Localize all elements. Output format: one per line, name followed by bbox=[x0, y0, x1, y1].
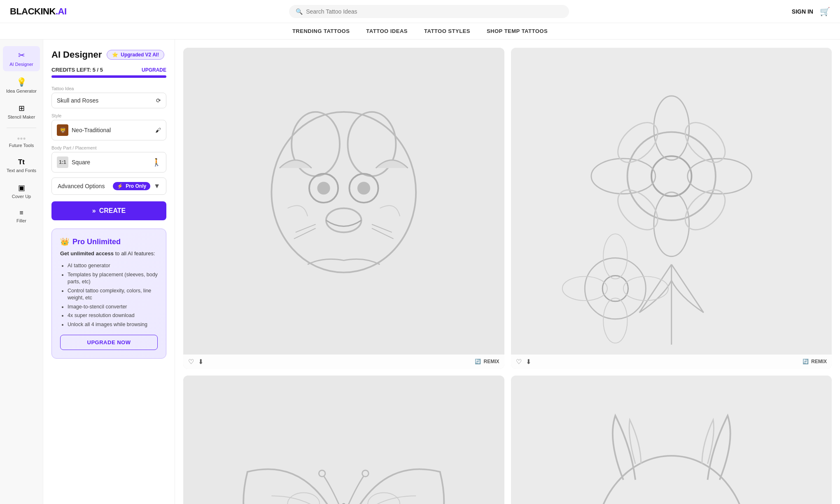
sidebar-divider bbox=[7, 128, 37, 128]
tattoo-idea-field-group: Tattoo Idea Skull and Roses ⟳ bbox=[51, 86, 166, 108]
sidebar-item-cover-up[interactable]: ▣ Cover Up bbox=[3, 179, 40, 203]
star-icon: ⭐ bbox=[112, 52, 118, 58]
like-button-wolf[interactable]: ♡ bbox=[188, 358, 194, 366]
body-part-icon[interactable]: 🚶 bbox=[152, 158, 161, 167]
filler-icon: ≡ bbox=[19, 209, 23, 217]
remix-icon-wolf: 🔄 bbox=[475, 359, 481, 364]
pro-card-subtitle-bold: Get unlimited access bbox=[60, 250, 114, 257]
credits-value: 5 / 5 bbox=[93, 67, 103, 73]
main-nav: TRENDING TATTOOS TATTOO IDEAS TATTOO STY… bbox=[0, 23, 840, 40]
download-button-wolf[interactable]: ⬇ bbox=[198, 358, 203, 366]
page-title: AI Designer bbox=[51, 49, 102, 60]
advanced-options-row[interactable]: Advanced Options ⚡ Pro Only ▼ bbox=[51, 177, 166, 195]
create-button[interactable]: » CREATE bbox=[51, 201, 166, 220]
nav-shop[interactable]: SHOP TEMP TATTOOS bbox=[487, 28, 548, 34]
sidebar-item-label-filler: Filler bbox=[16, 218, 26, 224]
sidebar-item-label-stencil-maker: Stencil Maker bbox=[8, 114, 35, 120]
remix-label-flowers: REMIX bbox=[811, 359, 827, 364]
pro-card-title-text: Pro Unlimited bbox=[72, 238, 121, 246]
left-panel: AI Designer ⭐ Upgraded V2 AI! CREDITS LE… bbox=[43, 40, 175, 504]
nav-ideas[interactable]: TATTOO IDEAS bbox=[366, 28, 408, 34]
stencil-maker-icon: ⊞ bbox=[19, 104, 25, 113]
chevron-down-icon: ▼ bbox=[154, 182, 160, 190]
credits-label: CREDITS LEFT: 5 / 5 bbox=[51, 67, 103, 73]
pro-card-subtitle-rest: to all AI features: bbox=[115, 250, 155, 257]
pro-feature-4: Image-to-stencil converter bbox=[68, 303, 158, 311]
action-left-flowers: ♡ ⬇ bbox=[516, 358, 531, 366]
tattoo-idea-input-row[interactable]: Skull and Roses ⟳ bbox=[51, 93, 166, 108]
svg-point-6 bbox=[317, 182, 330, 194]
sidebar-item-label-future-tools: Future Tools bbox=[9, 143, 34, 148]
gallery-item-butterfly: ♡ ⬇ 🔄 REMIX bbox=[183, 376, 504, 504]
sidebar-item-idea-generator[interactable]: 💡 Idea Generator bbox=[3, 73, 40, 98]
style-field-group: Style 🦁 Neo-Traditional 🖌 bbox=[51, 113, 166, 140]
pro-features-list: AI tattoo generator Templates by placeme… bbox=[60, 262, 158, 328]
create-label: CREATE bbox=[99, 207, 126, 215]
gallery-item-actions-flowers: ♡ ⬇ 🔄 REMIX bbox=[511, 355, 832, 369]
gallery-item-flowers: ♡ ⬇ 🔄 REMIX bbox=[511, 48, 832, 369]
upgrade-link[interactable]: UPGRADE bbox=[142, 67, 166, 73]
remix-button-flowers[interactable]: 🔄 REMIX bbox=[803, 359, 827, 364]
logo-black: BLACK bbox=[10, 6, 41, 16]
header: BLACKINK.AI 🔍 SIGN IN 🛒 bbox=[0, 0, 840, 23]
idea-generator-icon: 💡 bbox=[16, 77, 27, 87]
cover-up-icon: ▣ bbox=[18, 183, 25, 192]
sidebar-item-future-tools[interactable]: ●●● Future Tools bbox=[3, 131, 40, 152]
sidebar-item-ai-designer[interactable]: ✂ AI Designer bbox=[3, 46, 40, 71]
crown-icon: 👑 bbox=[60, 237, 69, 246]
action-left-wolf: ♡ ⬇ bbox=[188, 358, 203, 366]
svg-rect-30 bbox=[183, 376, 504, 504]
gallery-area: ♡ ⬇ 🔄 REMIX bbox=[175, 40, 840, 504]
demon-svg bbox=[511, 376, 832, 504]
future-tools-icon: ●●● bbox=[17, 135, 26, 141]
butterfly-svg bbox=[183, 376, 504, 504]
credits-bar-fill bbox=[51, 75, 166, 78]
body-part-value: Square bbox=[72, 159, 90, 166]
pro-only-badge: ⚡ Pro Only bbox=[113, 182, 150, 190]
style-thumbnail: 🦁 bbox=[57, 124, 68, 136]
pro-only-label: Pro Only bbox=[126, 183, 146, 189]
pro-feature-5: 4x super resolution download bbox=[68, 312, 158, 320]
gallery-item-actions-wolf: ♡ ⬇ 🔄 REMIX bbox=[183, 355, 504, 369]
sidebar-item-label-idea-generator: Idea Generator bbox=[6, 89, 37, 94]
upgrade-now-button[interactable]: UPGRADE NOW bbox=[60, 335, 158, 350]
remix-label-wolf: REMIX bbox=[483, 359, 499, 364]
logo-ai: .AI bbox=[56, 6, 67, 16]
nav-trending[interactable]: TRENDING TATTOOS bbox=[292, 28, 350, 34]
sidebar-item-filler[interactable]: ≡ Filler bbox=[3, 205, 40, 228]
like-button-flowers[interactable]: ♡ bbox=[516, 358, 522, 366]
logo-ink: INK bbox=[41, 6, 56, 16]
style-value-container: 🦁 Neo-Traditional bbox=[57, 124, 111, 136]
pro-feature-2: Templates by placement (sleeves, body pa… bbox=[68, 271, 158, 286]
text-fonts-icon: Tt bbox=[18, 158, 25, 166]
upgraded-badge-text: Upgraded V2 AI! bbox=[121, 52, 159, 58]
tattoo-idea-icon[interactable]: ⟳ bbox=[156, 97, 161, 104]
style-input-row[interactable]: 🦁 Neo-Traditional 🖌 bbox=[51, 120, 166, 140]
content-area: AI Designer ⭐ Upgraded V2 AI! CREDITS LE… bbox=[43, 40, 840, 504]
upgraded-badge: ⭐ Upgraded V2 AI! bbox=[107, 50, 164, 60]
sidebar: ✂ AI Designer 💡 Idea Generator ⊞ Stencil… bbox=[0, 40, 43, 504]
sign-in-button[interactable]: SIGN IN bbox=[792, 8, 813, 15]
body-part-input-row[interactable]: 1:1 Square 🚶 bbox=[51, 152, 166, 173]
pro-icon: ⚡ bbox=[117, 183, 123, 189]
style-label: Style bbox=[51, 113, 166, 118]
search-input[interactable] bbox=[306, 8, 562, 15]
gallery-item-demon: ♡ ⬇ 🔄 REMIX bbox=[511, 376, 832, 504]
sidebar-item-label-text-fonts: Text and Fonts bbox=[7, 168, 36, 173]
pro-feature-6: Unlock all 4 images while browsing bbox=[68, 321, 158, 329]
remix-button-wolf[interactable]: 🔄 REMIX bbox=[475, 359, 499, 364]
advanced-options-label: Advanced Options bbox=[58, 183, 105, 189]
cart-icon[interactable]: 🛒 bbox=[820, 7, 830, 16]
nav-styles[interactable]: TATTOO STYLES bbox=[424, 28, 470, 34]
sidebar-item-text-and-fonts[interactable]: Tt Text and Fonts bbox=[3, 154, 40, 177]
search-icon: 🔍 bbox=[296, 8, 303, 15]
download-button-flowers[interactable]: ⬇ bbox=[526, 358, 531, 366]
pro-card-subtitle: Get unlimited access to all AI features: bbox=[60, 250, 158, 257]
style-icon[interactable]: 🖌 bbox=[155, 127, 161, 133]
tattoo-idea-label: Tattoo Idea bbox=[51, 86, 166, 91]
body-part-field-group: Body Part / Placement 1:1 Square 🚶 bbox=[51, 145, 166, 173]
remix-icon-flowers: 🔄 bbox=[803, 359, 809, 364]
body-part-thumbnail: 1:1 bbox=[57, 156, 68, 168]
sidebar-item-stencil-maker[interactable]: ⊞ Stencil Maker bbox=[3, 100, 40, 124]
credits-row: CREDITS LEFT: 5 / 5 UPGRADE bbox=[51, 67, 166, 73]
